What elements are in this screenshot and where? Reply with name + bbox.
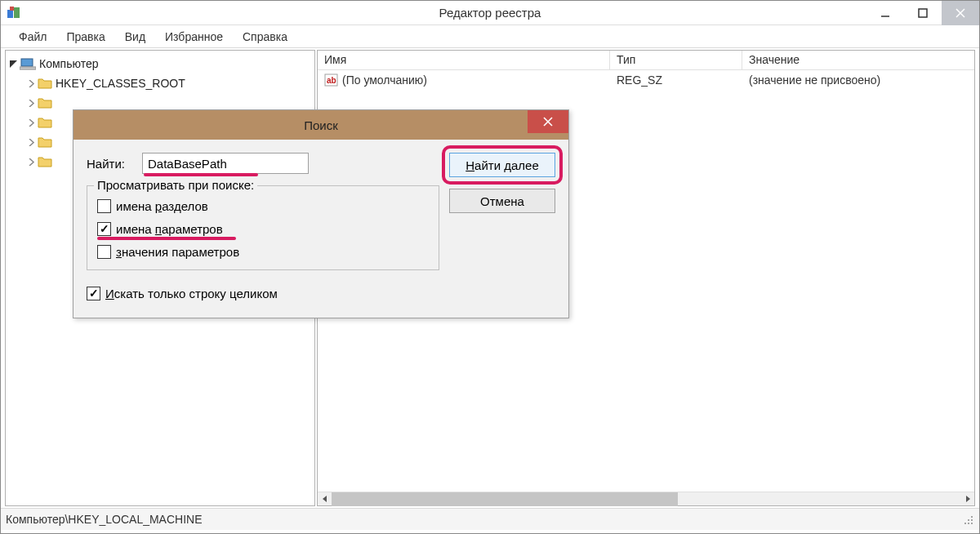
status-path: Компьютер\HKEY_LOCAL_MACHINE [6,513,203,526]
svg-point-18 [968,519,969,521]
titlebar: Редактор реестра [1,1,979,25]
menu-file[interactable]: Файл [11,28,55,46]
checkbox-whole[interactable]: Искать только строку целиком [87,282,439,305]
menubar: Файл Правка Вид Избранное Справка [1,25,979,48]
svg-point-14 [971,523,973,524]
svg-point-15 [968,523,969,524]
col-type[interactable]: Тип [610,51,742,69]
checkbox-whole-label: Искать только строку целиком [105,287,278,300]
close-button[interactable] [942,1,979,25]
cancel-button[interactable]: Отмена [449,189,555,213]
scroll-right-icon[interactable] [960,492,974,506]
svg-marker-13 [966,496,970,502]
scroll-track[interactable] [332,492,960,506]
list-header: Имя Тип Значение [318,51,974,70]
dialog-title: Поиск [304,118,338,132]
folder-icon [38,77,52,90]
lookat-groupbox: Просматривать при поиске: имена разделов… [87,185,439,270]
expand-icon[interactable] [25,156,37,167]
tree-item-label: HKEY_CLASSES_ROOT [56,77,185,90]
checkbox-keys-label: имена разделов [116,199,208,213]
highlight-annotation [144,173,258,176]
svg-point-16 [971,519,973,521]
menu-favorites[interactable]: Избранное [157,28,231,46]
scroll-left-icon[interactable] [318,492,332,506]
collapse-icon[interactable] [7,58,19,69]
cell-value: (значение не присвоено) [742,72,974,88]
expand-icon[interactable] [25,117,37,128]
cell-type: REG_SZ [610,72,742,88]
lookat-label: Просматривать при поиске: [94,178,257,192]
checkbox-keys[interactable]: имена разделов [97,194,429,217]
svg-rect-0 [7,10,13,18]
window-controls [866,1,979,25]
list-row[interactable]: ab (По умолчанию) REG_SZ (значение не пр… [318,70,974,90]
statusbar: Компьютер\HKEY_LOCAL_MACHINE [1,509,979,530]
svg-rect-9 [20,67,36,69]
folder-icon [38,116,52,129]
folder-icon [38,136,52,149]
minimize-button[interactable] [866,1,904,25]
checkbox-icon [97,199,111,213]
col-name[interactable]: Имя [318,51,610,69]
svg-text:ab: ab [327,76,336,85]
menu-edit[interactable]: Правка [58,28,113,46]
expand-icon[interactable] [25,97,37,109]
checkbox-data[interactable]: значения параметров [97,240,429,263]
svg-rect-4 [919,9,927,17]
svg-marker-7 [10,60,17,68]
menu-help[interactable]: Справка [234,28,296,46]
checkbox-values[interactable]: имена параметров [97,217,429,240]
cell-name: ab (По умолчанию) [318,71,610,89]
tree-root-label: Компьютер [39,57,98,70]
row-name-label: (По умолчанию) [342,73,427,87]
window-title: Редактор реестра [439,6,541,20]
find-input[interactable] [142,153,309,174]
folder-icon [38,96,52,109]
maximize-button[interactable] [904,1,942,25]
string-value-icon: ab [324,73,339,87]
scroll-thumb[interactable] [332,492,678,506]
tree-item[interactable]: HKEY_CLASSES_ROOT [7,73,313,93]
dialog-titlebar[interactable]: Поиск [74,110,568,140]
svg-rect-2 [10,7,14,11]
horizontal-scrollbar[interactable] [318,492,974,505]
col-value[interactable]: Значение [742,51,974,69]
expand-icon[interactable] [25,136,37,148]
svg-rect-1 [14,7,20,18]
find-label: Найти: [87,157,132,171]
checkbox-icon [97,222,111,236]
find-dialog: Поиск Найти: Просматривать при поиске: и… [73,109,569,318]
checkbox-data-label: значения параметров [116,245,239,259]
checkbox-values-label: имена параметров [116,222,223,236]
checkbox-icon [87,287,100,300]
computer-icon [20,57,36,70]
tree-root[interactable]: Компьютер [7,54,313,73]
menu-view[interactable]: Вид [117,28,154,46]
resize-grip-icon[interactable] [961,513,974,526]
expand-icon[interactable] [25,78,37,89]
svg-marker-12 [323,496,327,502]
dialog-close-button[interactable] [528,110,568,133]
find-next-button[interactable]: Найти далее [449,153,555,177]
svg-rect-8 [21,59,33,66]
svg-point-17 [964,523,966,524]
dialog-body: Найти: Просматривать при поиске: имена р… [74,140,568,318]
svg-point-19 [971,516,973,518]
folder-icon [38,155,52,168]
checkbox-icon [97,245,111,259]
app-icon [6,5,22,21]
